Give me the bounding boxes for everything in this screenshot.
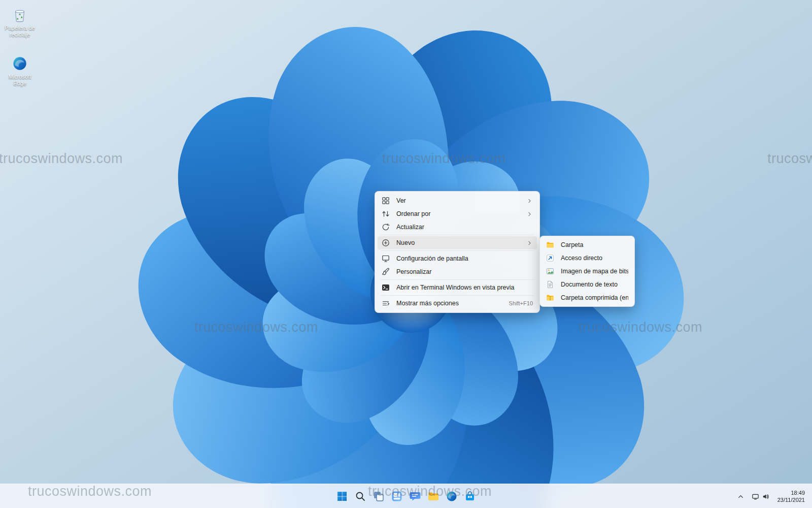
folder-icon — [546, 241, 554, 249]
chevron-right-icon — [526, 211, 533, 217]
menu-item-configuracion-de-pantalla[interactable]: Configuración de pantalla — [378, 252, 537, 265]
menu-item-mostrar-mas-opciones[interactable]: Mostrar más opciones Shift+F10 — [378, 297, 537, 310]
submenu-item-carpeta-comprimida[interactable]: Carpeta comprimida (en zip) — [542, 291, 632, 304]
view-icon — [382, 197, 390, 205]
context-menu: Ver Ordenar por Actualizar — [375, 191, 540, 313]
menu-item-ordenar-por[interactable]: Ordenar por — [378, 207, 537, 220]
submenu-item-acceso-directo[interactable]: Acceso directo — [542, 251, 632, 265]
submenu-item-documento-de-texto[interactable]: Documento de texto — [542, 278, 632, 291]
tray-status-area[interactable] — [749, 491, 772, 502]
tray-clock[interactable]: 18:49 23/11/2021 — [773, 488, 809, 505]
submenu-item-imagen-de-mapa-de-bits[interactable]: Imagen de mapa de bits — [542, 265, 632, 278]
submenu-item-label: Acceso directo — [561, 255, 628, 262]
watermark: trucoswindows.com — [382, 151, 506, 167]
watermark: trucoswindows.com — [28, 484, 152, 499]
search-icon — [354, 490, 366, 502]
menu-item-abrir-en-terminal[interactable]: Abrir en Terminal Windows en vista previ… — [378, 281, 537, 294]
taskbar-tray: 18:49 23/11/2021 — [734, 484, 809, 508]
submenu-item-label: Carpeta comprimida (en zip) — [561, 294, 628, 301]
watermark: trucoswindows.com — [579, 320, 702, 335]
submenu-item-label: Imagen de mapa de bits — [561, 268, 628, 275]
watermark: trucoswindows.com — [194, 320, 318, 335]
menu-separator — [381, 295, 534, 296]
shortcut-arrow-icon — [546, 254, 554, 262]
chevron-right-icon — [526, 240, 533, 246]
display-settings-icon — [382, 255, 390, 263]
menu-item-shortcut: Shift+F10 — [509, 300, 533, 306]
bitmap-image-icon — [546, 267, 554, 275]
menu-item-personalizar[interactable]: Personalizar — [378, 265, 537, 278]
chevron-right-icon — [526, 198, 533, 204]
menu-item-label: Ordenar por — [396, 210, 526, 217]
watermark: trucoswindows.com — [767, 151, 812, 167]
menu-item-label: Configuración de pantalla — [396, 255, 526, 262]
menu-item-ver[interactable]: Ver — [378, 194, 537, 207]
search-button[interactable] — [351, 486, 369, 506]
more-options-icon — [382, 299, 390, 307]
menu-item-label: Ver — [396, 197, 526, 204]
tray-show-hidden-icons-button[interactable] — [734, 491, 748, 502]
watermark: trucoswindows.com — [368, 484, 492, 499]
desktop-icon-microsoft-edge[interactable]: Microsoft Edge — [0, 55, 40, 87]
tray-date: 23/11/2021 — [777, 497, 805, 503]
desktop-icon-label: Microsoft Edge — [2, 74, 38, 87]
menu-item-label: Actualizar — [396, 224, 526, 231]
menu-separator — [381, 235, 534, 235]
submenu-item-label: Carpeta — [561, 241, 628, 248]
menu-item-label: Abrir en Terminal Windows en vista previ… — [396, 284, 526, 291]
sort-icon — [382, 210, 390, 218]
menu-item-label: Mostrar más opciones — [396, 300, 504, 307]
menu-item-label: Nuevo — [396, 239, 526, 246]
text-document-icon — [546, 280, 554, 289]
new-icon — [382, 239, 390, 247]
windows-logo-icon — [336, 490, 348, 502]
menu-item-label: Personalizar — [396, 268, 526, 275]
desktop-icon-label: Papelera de reciclaje — [2, 25, 38, 38]
menu-separator — [381, 250, 534, 251]
network-icon — [752, 493, 759, 500]
volume-icon — [762, 493, 769, 500]
edge-icon — [11, 55, 28, 72]
desktop[interactable]: trucoswindows.com trucoswindows.com truc… — [0, 0, 812, 508]
desktop-icon-recycle-bin[interactable]: Papelera de reciclaje — [0, 6, 40, 38]
watermark: trucoswindows.com — [0, 151, 123, 167]
personalize-brush-icon — [382, 268, 390, 276]
menu-separator — [381, 279, 534, 280]
submenu-item-label: Documento de texto — [561, 281, 628, 288]
menu-item-nuevo[interactable]: Nuevo — [378, 236, 537, 249]
terminal-icon — [382, 283, 390, 292]
chevron-up-icon — [737, 493, 745, 500]
menu-item-actualizar[interactable]: Actualizar — [378, 220, 537, 234]
submenu-item-carpeta[interactable]: Carpeta — [542, 238, 632, 251]
refresh-icon — [382, 223, 390, 231]
new-submenu: Carpeta Acceso directo Imagen de mapa de… — [539, 236, 635, 307]
zip-folder-icon — [546, 294, 554, 302]
tray-time: 18:49 — [791, 490, 805, 496]
start-button[interactable] — [333, 486, 351, 506]
recycle-bin-icon — [11, 6, 28, 23]
